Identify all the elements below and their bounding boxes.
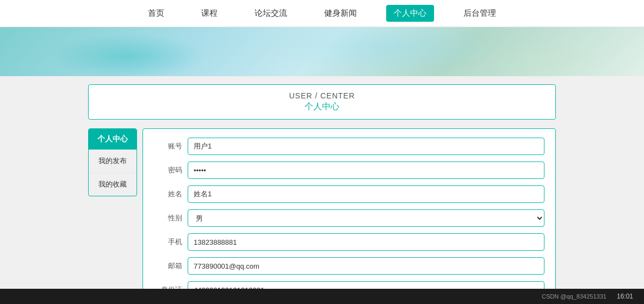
hero-banner — [0, 27, 644, 76]
password-input[interactable] — [188, 162, 544, 179]
page-header: USER / CENTER 个人中心 — [88, 84, 556, 120]
page-header-en: USER / CENTER — [100, 91, 544, 100]
gender-select[interactable]: 男 女 — [188, 209, 544, 227]
sidebar: 个人中心 我的发布 我的收藏 — [88, 128, 137, 196]
username-input[interactable] — [188, 138, 544, 155]
nav-admin[interactable]: 后台管理 — [456, 5, 504, 22]
phone-row: 手机 — [154, 233, 544, 251]
realname-label: 姓名 — [154, 189, 182, 199]
sidebar-item-my-favorites[interactable]: 我的收藏 — [89, 173, 137, 196]
phone-label: 手机 — [154, 237, 182, 247]
taskbar-time: 16:01 — [617, 293, 633, 300]
taskbar-separator — [611, 293, 612, 300]
username-row: 账号 — [154, 138, 544, 155]
nav-personal[interactable]: 个人中心 — [386, 5, 434, 22]
realname-row: 姓名 — [154, 185, 544, 203]
password-label: 密码 — [154, 165, 182, 175]
gender-label: 性别 — [154, 213, 182, 223]
taskbar-brand: CSDN @qq_834251331 — [542, 293, 606, 300]
nav-home[interactable]: 首页 — [140, 5, 172, 22]
email-label: 邮箱 — [154, 261, 182, 271]
nav-forum[interactable]: 论坛交流 — [247, 5, 295, 22]
email-input[interactable] — [188, 257, 544, 275]
main-content: USER / CENTER 个人中心 个人中心 我的发布 我的收藏 账号 密码 — [77, 76, 567, 304]
gender-row: 性别 男 女 — [154, 209, 544, 227]
sidebar-title: 个人中心 — [89, 129, 137, 150]
username-label: 账号 — [154, 141, 182, 151]
layout: 个人中心 我的发布 我的收藏 账号 密码 姓名 性别 — [88, 128, 556, 304]
page-header-cn: 个人中心 — [100, 101, 544, 113]
sidebar-item-my-posts[interactable]: 我的发布 — [89, 150, 137, 173]
nav-course[interactable]: 课程 — [194, 5, 225, 22]
taskbar: CSDN @qq_834251331 16:01 — [0, 289, 644, 304]
realname-input[interactable] — [188, 185, 544, 203]
form-area: 账号 密码 姓名 性别 男 女 — [143, 128, 556, 304]
password-row: 密码 — [154, 162, 544, 179]
navbar: 首页 课程 论坛交流 健身新闻 个人中心 后台管理 — [0, 0, 644, 27]
nav-news[interactable]: 健身新闻 — [317, 5, 364, 22]
email-row: 邮箱 — [154, 257, 544, 275]
phone-input[interactable] — [188, 233, 544, 251]
